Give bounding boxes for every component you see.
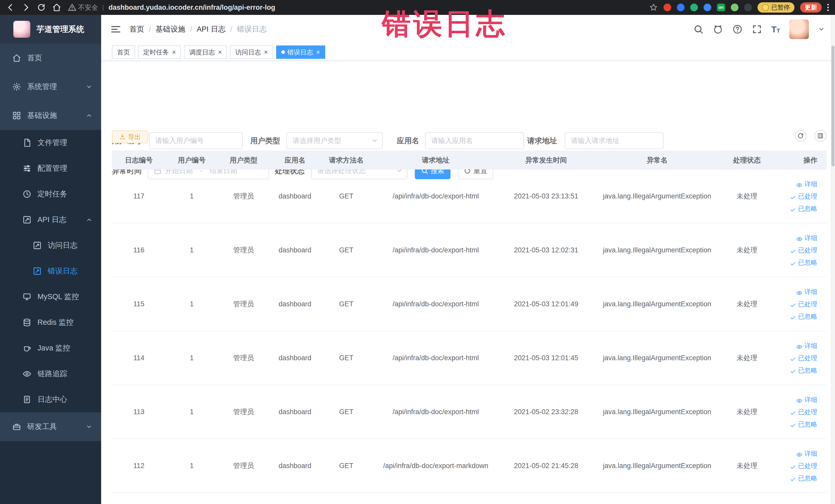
close-icon[interactable]: × <box>218 49 222 56</box>
action-processed[interactable]: 已处理 <box>790 353 817 363</box>
action-processed[interactable]: 已处理 <box>790 299 817 309</box>
extension-icon[interactable] <box>690 4 698 11</box>
action-ignored[interactable]: 已忽略 <box>790 257 817 267</box>
column-settings-button[interactable] <box>814 130 826 142</box>
github-icon[interactable] <box>713 24 723 35</box>
extension-on-badge[interactable]: on <box>717 4 725 11</box>
app-name-input[interactable]: 请输入应用名 <box>425 132 524 149</box>
chevron-down-icon[interactable] <box>818 26 825 33</box>
action-processed[interactable]: 已处理 <box>790 245 817 255</box>
back-icon[interactable] <box>6 3 15 12</box>
help-icon[interactable] <box>732 24 742 35</box>
cell-user_type: 管理员 <box>218 277 269 331</box>
cell-exception: java.lang.IllegalArgumentException <box>593 223 721 277</box>
sidebar-item-11[interactable]: Java 监控 <box>0 335 101 361</box>
sidebar-item-7[interactable]: 访问日志 <box>0 233 101 258</box>
action-processed[interactable]: 已处理 <box>790 191 817 201</box>
sidebar-item-6[interactable]: API 日志 <box>0 207 101 233</box>
sidebar-item-14[interactable]: 研发工具 <box>0 412 101 441</box>
action-detail[interactable]: 详细 <box>796 179 817 189</box>
tab-4[interactable]: 错误日志× <box>276 45 325 59</box>
cell-app_name: dashboard <box>269 331 320 385</box>
export-button[interactable]: 导出 <box>112 130 148 143</box>
sidebar-item-1[interactable]: 系统管理 <box>0 73 101 101</box>
tab-1[interactable]: 定时任务× <box>138 45 181 59</box>
tab-2[interactable]: 调度日志× <box>184 45 227 59</box>
user-type-select[interactable]: 请选择用户类型 <box>286 132 383 149</box>
security-warning-icon[interactable] <box>68 3 77 12</box>
action-processed[interactable]: 已处理 <box>790 407 817 417</box>
tab-label: 访问日志 <box>235 48 261 57</box>
sidebar-item-9[interactable]: MySQL 监控 <box>0 284 101 310</box>
update-button[interactable]: 更新 <box>800 2 822 13</box>
search-icon[interactable] <box>693 24 704 35</box>
check-icon <box>790 421 796 427</box>
action-detail[interactable]: 详细 <box>796 233 817 243</box>
home-browser-icon[interactable] <box>53 3 61 12</box>
cell-user_id: 1 <box>166 385 218 439</box>
close-icon[interactable]: × <box>264 49 268 56</box>
scrollbar-thumb[interactable] <box>831 46 834 166</box>
action-detail[interactable]: 详细 <box>796 395 817 405</box>
sidebar-item-2[interactable]: 基础设施 <box>0 101 101 130</box>
extension-icon[interactable] <box>677 4 685 11</box>
action-ignored[interactable]: 已忽略 <box>790 419 817 429</box>
action-ignored[interactable]: 已忽略 <box>790 473 817 483</box>
content: 用户编号 请输入用户编号 用户类型 请选择用户类型 应用名 请输入应用名 请求地… <box>101 61 835 504</box>
avatar[interactable] <box>789 20 809 39</box>
forward-icon[interactable] <box>22 3 30 12</box>
sidebar-item-8[interactable]: 错误日志 <box>0 258 101 284</box>
breadcrumb-item[interactable]: 基础设施 <box>156 24 185 35</box>
breadcrumb-item[interactable]: 首页 <box>129 24 144 35</box>
sidebar-item-5[interactable]: 定时任务 <box>0 181 101 207</box>
browser-extensions-area: on 已暂停 更新 <box>649 2 829 13</box>
action-ignored[interactable]: 已忽略 <box>790 365 817 375</box>
breadcrumb-item[interactable]: API 日志 <box>197 24 226 35</box>
request-url-input[interactable]: 请输入请求地址 <box>565 132 664 149</box>
font-size-icon[interactable]: TT <box>771 25 780 34</box>
table-body: 1171管理员dashboardGET/api/infra/db-doc/exp… <box>112 169 827 493</box>
hamburger-icon[interactable] <box>110 24 121 35</box>
cell-app_name: dashboard <box>269 277 320 331</box>
tab-0[interactable]: 首页 <box>112 45 135 59</box>
tab-label: 首页 <box>117 48 130 57</box>
extension-icon[interactable] <box>704 4 711 11</box>
eye-icon <box>796 235 802 241</box>
action-ignored[interactable]: 已忽略 <box>790 311 817 321</box>
action-ignored[interactable]: 已忽略 <box>790 203 817 214</box>
user-id-input[interactable]: 请输入用户编号 <box>149 132 243 149</box>
reload-icon[interactable] <box>37 3 46 12</box>
fullscreen-icon[interactable] <box>752 24 762 35</box>
sidebar-item-4[interactable]: 配置管理 <box>0 156 101 181</box>
bookmark-star-icon[interactable] <box>649 3 658 12</box>
refresh-table-button[interactable] <box>795 130 807 142</box>
sidebar-item-12[interactable]: 链路追踪 <box>0 361 101 387</box>
close-icon[interactable]: × <box>172 49 176 56</box>
action-detail[interactable]: 详细 <box>796 448 817 459</box>
sidebar-item-3[interactable]: 文件管理 <box>0 130 101 156</box>
action-detail[interactable]: 详细 <box>796 286 817 297</box>
toolbox-icon <box>12 422 21 431</box>
action-detail[interactable]: 详细 <box>796 340 817 351</box>
sidebar-item-10[interactable]: Redis 监控 <box>0 310 101 335</box>
logo-row[interactable]: 芋道管理系统 <box>0 15 101 44</box>
extension-icon[interactable] <box>744 4 752 11</box>
check-icon <box>790 301 796 307</box>
paused-badge[interactable]: 已暂停 <box>757 2 794 13</box>
scrollbar[interactable] <box>831 15 835 504</box>
cell-url: /api/infra/db-doc/export-markdown <box>372 439 499 492</box>
cell-time: 2021-05-03 12:01:49 <box>499 277 593 331</box>
action-processed[interactable]: 已处理 <box>790 461 817 471</box>
breadcrumb-separator: / <box>230 25 232 34</box>
extension-icon[interactable] <box>664 4 671 11</box>
extension-icon[interactable] <box>731 4 738 11</box>
gear-icon <box>12 82 21 91</box>
browser-menu-icon[interactable] <box>827 4 829 11</box>
check-icon <box>790 355 796 361</box>
sidebar-item-13[interactable]: 日志中心 <box>0 387 101 412</box>
column-header-url: 请求地址 <box>372 151 499 169</box>
sidebar-item-0[interactable]: 首页 <box>0 44 101 73</box>
close-icon[interactable]: × <box>316 49 320 56</box>
url-bar[interactable]: dashboard.yudao.iocoder.cn/infra/log/api… <box>108 4 276 12</box>
tab-3[interactable]: 访问日志× <box>230 45 273 59</box>
